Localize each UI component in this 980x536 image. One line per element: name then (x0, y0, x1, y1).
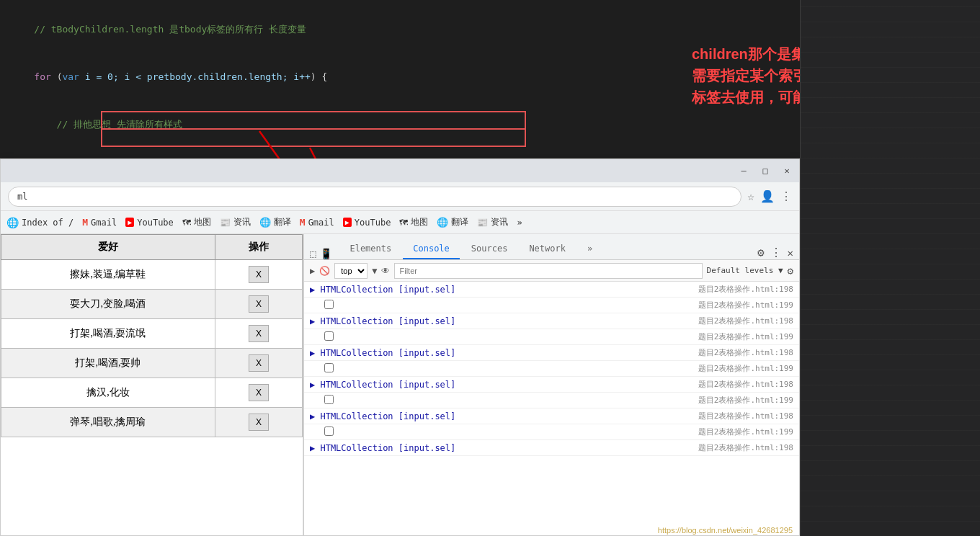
youtube-icon-1: ▶ (125, 218, 134, 227)
play-icon[interactable]: ▶ (310, 266, 315, 276)
console-line-7: 题目2表格操作.html:199 (304, 393, 799, 408)
table-row-hobby-5: 弹琴,唱歌,擒周瑜 (1, 408, 215, 437)
col-action: 操作 (215, 235, 302, 260)
index-icon: 🌐 (6, 217, 19, 228)
table-row-hobby-4: 擒汉,化妆 (1, 378, 215, 408)
star-icon[interactable]: ☆ (747, 189, 754, 203)
browser-titlebar: — □ ✕ (1, 159, 799, 182)
html-collection-text: ▶ HTMLCollection [input.sel] (310, 380, 455, 390)
eye-icon[interactable]: 👁 (381, 266, 390, 276)
table-row-action-4: X (215, 378, 302, 408)
bookmark-news-1[interactable]: 📰 资讯 (220, 216, 251, 228)
bookmarks-bar: 🌐 Index of / M Gmail ▶ YouTube 🗺 地图 📰 资讯… (1, 211, 799, 234)
source-ref: 题目2表格操作.html:198 (698, 316, 793, 326)
console-content[interactable]: ▶ HTMLCollection [input.sel]题目2表格操作.html… (304, 282, 799, 535)
console-settings-icon[interactable]: ⚙ (788, 265, 793, 277)
omnibar-icons: ☆ 👤 ⋮ (747, 189, 792, 203)
console-line-1: 题目2表格操作.html:199 (304, 298, 799, 313)
maximize-button[interactable]: □ (759, 164, 772, 177)
source-ref: 题目2表格操作.html:199 (698, 395, 793, 406)
console-line-5: 题目2表格操作.html:199 (304, 361, 799, 377)
console-filter-input[interactable] (394, 263, 702, 279)
html-collection-text: ▶ HTMLCollection [input.sel] (310, 285, 455, 295)
devtools-close-icon[interactable]: ✕ (788, 247, 793, 259)
maps-icon-1: 🗺 (182, 218, 191, 228)
device-icon[interactable]: 📱 (320, 248, 332, 259)
browser-window: — □ ✕ ml ☆ 👤 ⋮ 🌐 Index of / M Gmail ▶ Yo… (0, 158, 800, 536)
source-ref: 题目2表格操作.html:198 (698, 379, 793, 390)
menu-icon[interactable]: ⋮ (780, 189, 792, 203)
delete-button-4[interactable]: X (249, 384, 269, 401)
bookmark-translate-2[interactable]: 🌐 翻译 (437, 216, 468, 228)
table-row-action-5: X (215, 408, 302, 437)
page-content: 爱好 操作 擦妹,装逼,编草鞋X耍大刀,变脸,喝酒X打架,喝酒,耍流氓X打架,喝… (1, 234, 303, 535)
source-ref: 题目2表格操作.html:198 (698, 284, 793, 295)
tab-elements[interactable]: Elements (339, 239, 401, 259)
console-line-10: ▶ HTMLCollection [input.sel]题目2表格操作.html… (304, 440, 799, 456)
source-ref: 题目2表格操作.html:199 (698, 331, 793, 342)
console-line-2: ▶ HTMLCollection [input.sel]题目2表格操作.html… (304, 313, 799, 329)
tab-network[interactable]: Network (519, 239, 576, 259)
gmail-icon-1: M (82, 217, 88, 228)
html-collection-text: ▶ HTMLCollection [input.sel] (310, 348, 455, 358)
delete-button-2[interactable]: X (249, 325, 269, 342)
bookmark-maps-2[interactable]: 🗺 地图 (399, 216, 428, 228)
delete-button-5[interactable]: X (249, 414, 269, 431)
delete-button-0[interactable]: X (249, 266, 269, 283)
html-input-text (324, 395, 334, 406)
table-row-hobby-1: 耍大刀,变脸,喝酒 (1, 290, 215, 319)
bookmark-translate-1[interactable]: 🌐 翻译 (259, 216, 291, 228)
bookmark-gmail-1[interactable]: M Gmail (82, 217, 117, 228)
url-bar[interactable]: ml (8, 187, 741, 207)
context-select[interactable]: top (334, 263, 368, 279)
source-ref: 题目2表格操作.html:198 (698, 347, 793, 358)
youtube-icon-2: ▶ (343, 218, 352, 227)
browser-omnibar: ml ☆ 👤 ⋮ (1, 182, 799, 211)
source-ref: 题目2表格操作.html:199 (698, 363, 793, 374)
minimize-button[interactable]: — (737, 164, 750, 177)
devtools-menu-icon[interactable]: ⋮ (770, 246, 782, 259)
console-line-6: ▶ HTMLCollection [input.sel]题目2表格操作.html… (304, 377, 799, 393)
html-input-text (324, 331, 334, 343)
code-highlight-1 (101, 111, 526, 130)
bookmark-index[interactable]: 🌐 Index of / (6, 217, 74, 228)
bookmark-gmail-2[interactable]: M Gmail (300, 217, 334, 228)
bookmark-news-2[interactable]: 📰 资讯 (477, 216, 508, 228)
html-collection-text: ▶ HTMLCollection [input.sel] (310, 443, 455, 453)
tab-sources[interactable]: Sources (461, 239, 518, 259)
right-sidebar (800, 0, 980, 536)
right-sidebar-bg (801, 0, 980, 536)
tab-console[interactable]: Console (403, 239, 460, 259)
stop-icon[interactable]: 🚫 (319, 266, 330, 276)
inspect-icon[interactable]: ⬚ (310, 248, 316, 259)
table-row-hobby-2: 打架,喝酒,耍流氓 (1, 319, 215, 349)
html-input-text (324, 300, 334, 311)
table-row-action-2: X (215, 319, 302, 349)
html-input-text (324, 363, 334, 375)
console-line-0: ▶ HTMLCollection [input.sel]题目2表格操作.html… (304, 282, 799, 298)
html-collection-text: ▶ HTMLCollection [input.sel] (310, 316, 455, 326)
console-line-4: ▶ HTMLCollection [input.sel]题目2表格操作.html… (304, 345, 799, 361)
delete-button-1[interactable]: X (249, 295, 269, 313)
close-button[interactable]: ✕ (780, 164, 793, 177)
devtools-tabs: ⬚ 📱 Elements Console Sources Network » ⚙… (304, 234, 799, 260)
bookmark-more[interactable]: » (517, 218, 522, 228)
table-row-hobby-0: 擦妹,装逼,编草鞋 (1, 260, 215, 290)
table-row-action-1: X (215, 290, 302, 319)
user-icon[interactable]: 👤 (760, 189, 775, 203)
hobbies-table: 爱好 操作 擦妹,装逼,编草鞋X耍大刀,变脸,喝酒X打架,喝酒,耍流氓X打架,喝… (1, 234, 303, 437)
filter-levels-label[interactable]: Default levels ▼ (707, 266, 783, 275)
tab-more[interactable]: » (577, 239, 602, 259)
table-row-action-3: X (215, 349, 302, 378)
bookmark-youtube-2[interactable]: ▶ YouTube (343, 218, 391, 228)
source-ref: 题目2表格操作.html:198 (698, 411, 793, 421)
console-line-8: ▶ HTMLCollection [input.sel]题目2表格操作.html… (304, 408, 799, 424)
console-line-9: 题目2表格操作.html:199 (304, 424, 799, 440)
delete-button-3[interactable]: X (249, 354, 269, 372)
bookmark-youtube-1[interactable]: ▶ YouTube (125, 218, 174, 228)
table-row-hobby-3: 打架,喝酒,耍帅 (1, 349, 215, 378)
settings-icon[interactable]: ⚙ (757, 246, 765, 259)
bookmark-maps-1[interactable]: 🗺 地图 (182, 216, 211, 228)
dropdown-icon[interactable]: ▼ (372, 266, 377, 276)
translate-icon-2: 🌐 (437, 217, 448, 228)
